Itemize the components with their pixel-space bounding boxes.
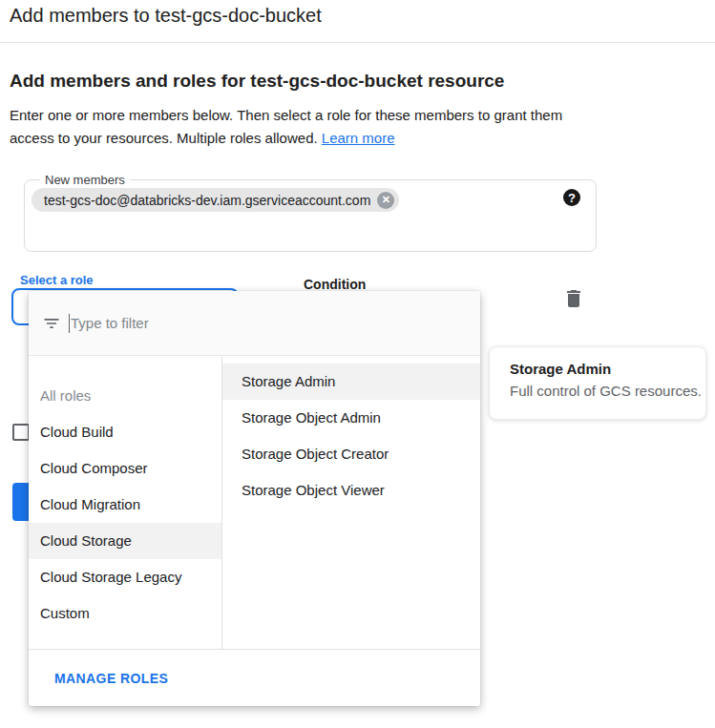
dialog-description: Enter one or more members below. Then se…	[10, 104, 599, 150]
category-item-cloud-composer[interactable]: Cloud Composer	[29, 450, 221, 487]
header-divider	[0, 42, 715, 43]
role-select-label: Select a role	[16, 273, 97, 287]
text-caret	[69, 314, 70, 333]
condition-column-label: Condition	[304, 277, 366, 292]
dialog-heading: Add members and roles for test-gcs-doc-b…	[10, 71, 504, 92]
category-list: All roles Cloud Build Cloud Composer Clo…	[29, 356, 222, 649]
role-description-tooltip: Storage Admin Full control of GCS resour…	[489, 346, 706, 420]
member-email: test-gcs-doc@databricks-dev.iam.gservice…	[44, 193, 370, 208]
role-item-storage-object-viewer[interactable]: Storage Object Viewer	[222, 472, 480, 509]
background-checkbox[interactable]	[12, 424, 30, 441]
category-item-cloud-migration[interactable]: Cloud Migration	[29, 487, 221, 523]
filter-icon	[42, 314, 61, 333]
help-icon[interactable]: ?	[563, 189, 580, 206]
page-title: Add members to test-gcs-doc-bucket	[10, 5, 322, 27]
role-filter-row[interactable]	[29, 291, 480, 355]
new-members-label: New members	[40, 173, 130, 187]
role-item-storage-object-admin[interactable]: Storage Object Admin	[222, 400, 480, 436]
role-item-storage-object-creator[interactable]: Storage Object Creator	[222, 436, 480, 472]
delete-row-button[interactable]	[562, 287, 585, 310]
role-list: Storage Admin Storage Object Admin Stora…	[222, 356, 480, 649]
role-item-storage-admin[interactable]: Storage Admin	[222, 364, 480, 400]
member-chip[interactable]: test-gcs-doc@databricks-dev.iam.gservice…	[32, 188, 399, 212]
manage-roles-link[interactable]: MANAGE ROLES	[54, 671, 168, 686]
role-filter-input[interactable]	[71, 315, 357, 331]
picker-columns: All roles Cloud Build Cloud Composer Clo…	[29, 356, 480, 649]
category-item-all-roles[interactable]: All roles	[29, 378, 221, 414]
category-item-custom[interactable]: Custom	[29, 595, 221, 632]
category-item-cloud-storage[interactable]: Cloud Storage	[29, 523, 221, 559]
chip-remove-icon[interactable]: ✕	[377, 192, 394, 209]
tooltip-role-title: Storage Admin	[510, 361, 705, 377]
category-item-cloud-build[interactable]: Cloud Build	[29, 414, 221, 450]
learn-more-link[interactable]: Learn more	[322, 130, 395, 146]
category-item-cloud-storage-legacy[interactable]: Cloud Storage Legacy	[29, 559, 221, 595]
tooltip-role-description: Full control of GCS resources.	[510, 383, 705, 399]
trash-icon	[562, 297, 585, 313]
role-picker-dropdown: All roles Cloud Build Cloud Composer Clo…	[29, 291, 480, 706]
picker-footer: MANAGE ROLES	[29, 650, 480, 706]
description-text: Enter one or more members below. Then se…	[10, 107, 562, 146]
